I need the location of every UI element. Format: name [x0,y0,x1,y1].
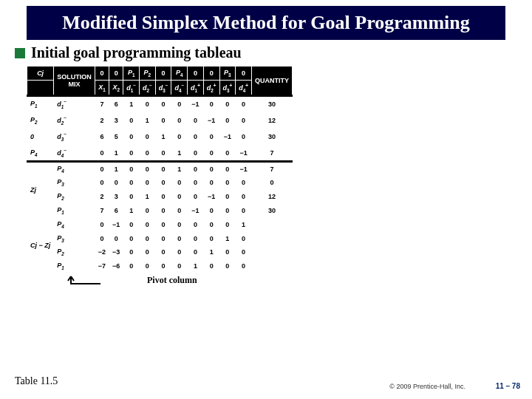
cj-8: P3 [219,66,236,80]
tableau-table: Cj SOLUTIONMIX 0 0 P1 P2 0 P4 0 0 P3 0 Q… [27,66,293,273]
subheading: Initial goal programming tableau [15,44,517,61]
table-row: ZjP4010001000−17 [27,161,293,176]
zj-rows: ZjP4010001000−17P300000000000P22301000−1… [27,161,293,217]
table-row: P2d2−2301000−10012 [27,112,293,129]
table-row: Cj − ZjP40−100000001 [27,217,293,231]
cz-rows: Cj − ZjP40−100000001P30000000010P2−2−300… [27,217,293,273]
page-title: Modified Simplex Method for Goal Program… [27,6,505,40]
subheading-text: Initial goal programming tableau [31,44,242,61]
table-row: P2−2−300000100 [27,245,293,259]
h-d3m: d3− [155,80,171,96]
h-d2p: d2+ [203,80,219,96]
table-row: P1−7−600001000 [27,259,293,273]
cj-3: P2 [140,66,156,80]
bullet-icon [15,48,25,58]
table-row: P300000000000 [27,176,293,190]
table-row: 0d3−65001000−1030 [27,129,293,145]
cj-2: P1 [123,66,140,80]
slide-number: 11 – 78 [496,382,520,390]
solution-mix-header: SOLUTIONMIX [54,66,95,96]
blank-head [27,80,54,96]
table-row: P30000000010 [27,231,293,245]
copyright: © 2009 Prentice-Hall, Inc. [389,383,466,390]
table-caption: Table 11.5 [15,375,58,387]
cj-6: 0 [188,66,204,80]
pivot-column-label: Pivot column [27,275,532,291]
cj-5: P4 [171,66,188,80]
cj-9: 0 [236,66,252,80]
h-X2: X2 [109,80,123,96]
pivot-arrow-icon [27,275,115,291]
h-d4m: d4− [171,80,188,96]
cj-4: 0 [155,66,171,80]
h-d4p: d4+ [236,80,252,96]
table-row: P22301000−10012 [27,190,293,204]
cj-7: 0 [203,66,219,80]
cj-row: Cj SOLUTIONMIX 0 0 P1 P2 0 P4 0 0 P3 0 Q… [27,66,293,80]
h-d1m: d1− [123,80,140,96]
h-d2m: d2− [140,80,156,96]
h-d1p: d1+ [188,80,204,96]
cj-label: Cj [27,66,54,80]
h-X1: X1 [95,80,109,96]
pivot-text: Pivot column [147,275,197,285]
table-row: P1d1−761000−100030 [27,96,293,112]
table-row: P4d4−010001000−17 [27,145,293,161]
quantity-header: QUANTITY [251,66,292,96]
table-row: P1761000−100030 [27,204,293,218]
basis-rows: P1d1−761000−100030P2d2−2301000−100120d3−… [27,96,293,161]
cj-1: 0 [109,66,123,80]
h-d3p: d3+ [219,80,236,96]
cj-0: 0 [95,66,109,80]
